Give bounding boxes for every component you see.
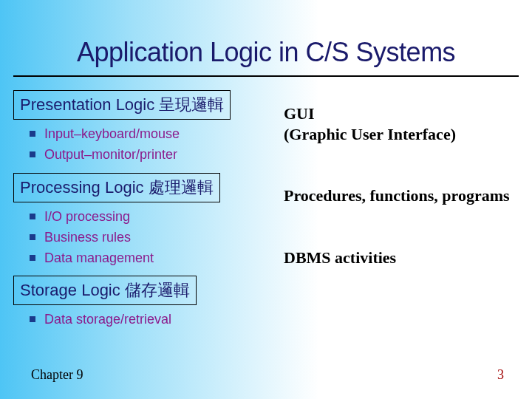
section-storage: Storage Logic 儲存邏輯 Data storage/retrieva… <box>13 276 263 330</box>
list-item: Data storage/retrieval <box>44 310 263 330</box>
annotation-procedures: Procedures, functions, programs <box>284 185 519 206</box>
list-item: Business rules <box>44 228 263 248</box>
section-header-en: Storage Logic <box>20 281 125 299</box>
section-header-presentation: Presentation Logic 呈現邏輯 <box>13 90 231 120</box>
annotation-dbms: DBMS activities <box>284 248 519 268</box>
slide-content: Presentation Logic 呈現邏輯 Input–keyboard/m… <box>0 90 532 338</box>
section-presentation: Presentation Logic 呈現邏輯 Input–keyboard/m… <box>13 90 263 166</box>
list-item: I/O processing <box>44 207 263 228</box>
section-header-cjk: 儲存邏輯 <box>125 281 190 299</box>
right-column: GUI(Graphic User Interface) Procedures, … <box>263 90 519 338</box>
left-column: Presentation Logic 呈現邏輯 Input–keyboard/m… <box>13 90 263 338</box>
section-header-cjk: 呈現邏輯 <box>159 95 224 114</box>
bullet-list: Input–keyboard/mouse Output–monitor/prin… <box>13 124 263 166</box>
section-header-storage: Storage Logic 儲存邏輯 <box>13 276 197 305</box>
section-header-processing: Processing Logic 處理邏輯 <box>13 173 220 202</box>
section-header-cjk: 處理邏輯 <box>149 178 214 197</box>
list-item: Data management <box>44 248 263 269</box>
list-item: Output–monitor/printer <box>44 145 263 166</box>
bullet-list: I/O processing Business rules Data manag… <box>13 207 263 269</box>
slide-title: Application Logic in C/S Systems <box>13 0 519 77</box>
section-header-en: Presentation Logic <box>20 95 159 114</box>
annotation-gui: GUI(Graphic User Interface) <box>284 103 519 144</box>
list-item: Input–keyboard/mouse <box>44 124 263 145</box>
footer-chapter: Chapter 9 <box>31 367 83 383</box>
section-header-en: Processing Logic <box>20 178 149 197</box>
bullet-list: Data storage/retrieval <box>13 310 263 330</box>
section-processing: Processing Logic 處理邏輯 I/O processing Bus… <box>13 173 263 269</box>
page-number: 3 <box>497 367 504 383</box>
